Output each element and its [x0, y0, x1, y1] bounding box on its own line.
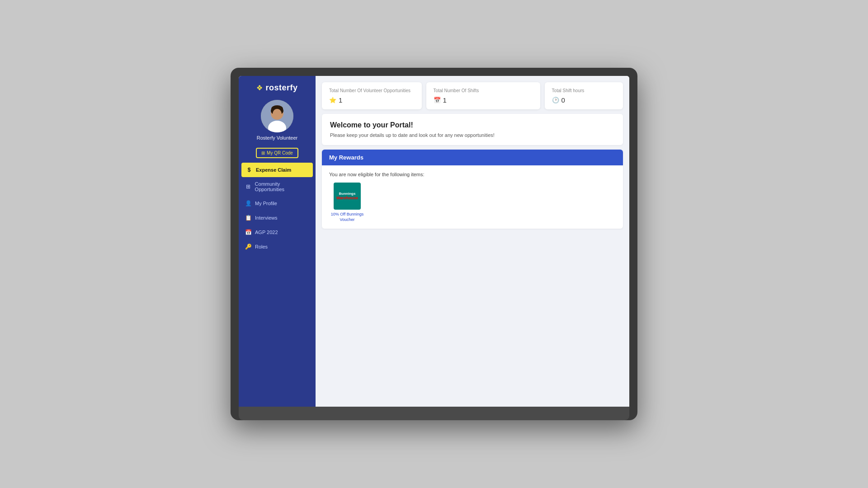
welcome-text: Please keep your details up to date and …	[330, 132, 615, 138]
sidebar-item-label: AGP 2022	[255, 230, 278, 235]
sidebar-item-my-profile[interactable]: 👤 My Profile	[239, 196, 316, 211]
rewards-section: My Rewards You are now eligible for the …	[322, 150, 623, 229]
rewards-intro-text: You are now eligible for the following i…	[329, 172, 616, 177]
bunnings-logo: Bunnings Warehouse	[335, 190, 360, 202]
expense-claim-icon: $	[246, 167, 252, 173]
stat-number-shifts: 1	[443, 96, 447, 104]
avatar	[261, 100, 293, 132]
stat-label-opportunities: Total Number Of Volunteer Opportunities	[329, 88, 415, 94]
rewards-header: My Rewards	[322, 150, 623, 165]
avatar-area: Rosterfy Volunteer	[257, 100, 298, 141]
stats-row: Total Number Of Volunteer Opportunities …	[316, 76, 629, 114]
user-name: Rosterfy Volunteer	[257, 135, 298, 141]
sidebar-item-label: Community Opportunities	[255, 181, 309, 192]
logo-text: rosterfy	[265, 83, 297, 93]
stat-card-shifts: Total Number Of Shifts 📅 1	[426, 82, 540, 109]
qr-icon: ⊞	[261, 150, 265, 155]
svg-point-5	[273, 109, 282, 119]
sidebar-item-interviews[interactable]: 📋 Interviews	[239, 211, 316, 225]
bunnings-name: Bunnings	[339, 192, 356, 196]
sidebar: ❖ rosterfy	[239, 76, 316, 407]
sidebar-item-label: Roles	[255, 244, 268, 249]
qr-button-label: My QR Code	[267, 150, 293, 155]
reward-label-bunnings: 10% Off Bunnings Voucher	[329, 212, 365, 222]
reward-item-bunnings[interactable]: Bunnings Warehouse 10% Off Bunnings Vouc…	[329, 183, 365, 222]
logo-icon: ❖	[256, 84, 263, 92]
roles-icon: 🔑	[245, 244, 251, 250]
sidebar-item-expense-claim[interactable]: $ Expense Claim	[241, 163, 313, 177]
sidebar-item-label: Interviews	[255, 215, 278, 221]
stat-label-shifts: Total Number Of Shifts	[434, 88, 533, 94]
qr-code-button[interactable]: ⊞ My QR Code	[256, 148, 298, 158]
sidebar-item-agp-2022[interactable]: 📅 AGP 2022	[239, 225, 316, 239]
stat-label-hours: Total Shift hours	[552, 88, 616, 94]
svg-rect-6	[270, 123, 284, 132]
laptop-frame: ❖ rosterfy	[231, 68, 637, 420]
rewards-body: You are now eligible for the following i…	[322, 165, 623, 229]
stat-value-hours: 🕑 0	[552, 96, 616, 104]
stat-value-shifts: 📅 1	[434, 96, 533, 104]
star-icon: ⭐	[329, 97, 336, 103]
stat-value-opportunities: ⭐ 1	[329, 96, 415, 104]
stat-card-hours: Total Shift hours 🕑 0	[545, 82, 623, 109]
sidebar-item-label: Expense Claim	[256, 167, 291, 173]
bunnings-warehouse: Warehouse	[336, 196, 358, 201]
laptop-screen: ❖ rosterfy	[239, 76, 629, 407]
welcome-section: Welcome to your Portal! Please keep your…	[322, 114, 623, 145]
logo-area: ❖ rosterfy	[252, 83, 302, 93]
laptop-base	[239, 407, 629, 420]
main-content: Total Number Of Volunteer Opportunities …	[316, 76, 629, 407]
clock-icon: 🕑	[552, 97, 559, 103]
stat-number-opportunities: 1	[339, 96, 342, 104]
agp-icon: 📅	[245, 229, 251, 235]
profile-icon: 👤	[245, 200, 251, 206]
welcome-title: Welcome to your Portal!	[330, 121, 615, 129]
sidebar-item-community-opportunities[interactable]: ⊞ Community Opportunities	[239, 177, 316, 196]
reward-image-bunnings: Bunnings Warehouse	[334, 183, 361, 210]
community-icon: ⊞	[245, 183, 251, 190]
stat-card-volunteer-opportunities: Total Number Of Volunteer Opportunities …	[322, 82, 422, 109]
stat-number-hours: 0	[561, 96, 565, 104]
calendar-icon: 📅	[434, 97, 441, 103]
sidebar-item-roles[interactable]: 🔑 Roles	[239, 239, 316, 254]
interviews-icon: 📋	[245, 215, 251, 221]
sidebar-item-label: My Profile	[255, 201, 277, 206]
